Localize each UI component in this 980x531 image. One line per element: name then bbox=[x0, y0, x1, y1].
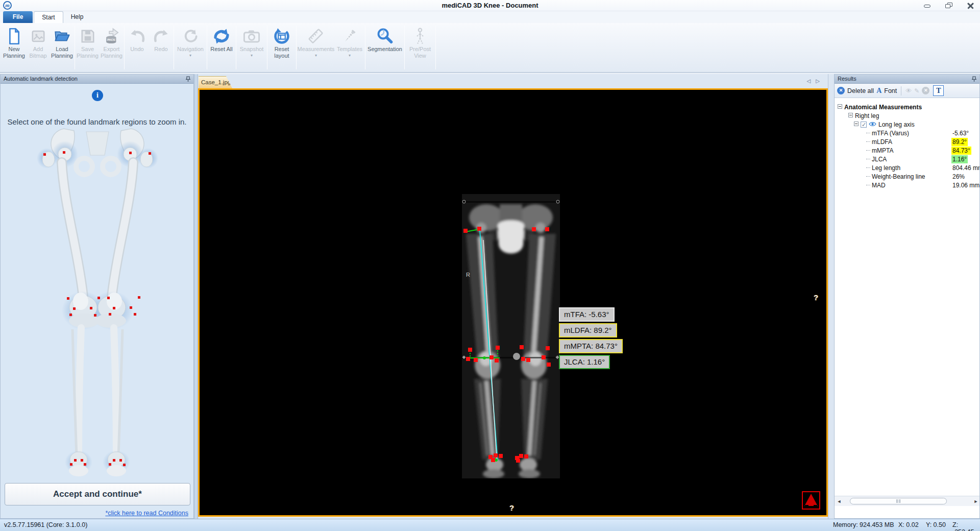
tree-node-root[interactable]: Anatomical Measurements bbox=[835, 103, 979, 112]
restore-button[interactable] bbox=[944, 2, 953, 10]
templates-button[interactable]: Templates ▾ bbox=[335, 25, 364, 70]
measurement-value: 89.2° bbox=[951, 138, 968, 146]
tree-node-right-leg[interactable]: Right leg bbox=[835, 112, 979, 120]
label-jlca[interactable]: JLCA: 1.16° bbox=[559, 355, 610, 369]
pacs-export-icon: PACS bbox=[103, 27, 120, 46]
title-bar: m mediCAD 3D Knee - Document bbox=[0, 0, 980, 11]
results-horizontal-scrollbar[interactable]: ◄ ► bbox=[835, 496, 980, 506]
segmentation-button[interactable]: Segmentation bbox=[366, 25, 404, 70]
reset-all-button[interactable]: Reset All bbox=[208, 25, 235, 70]
button-label: Save Planning bbox=[76, 46, 100, 59]
tab-start[interactable]: Start bbox=[34, 11, 63, 23]
measurement-row-mmpta[interactable]: mMPTA 84.73° bbox=[835, 147, 979, 155]
font-icon: A bbox=[876, 87, 881, 95]
prepost-view-button[interactable]: Pre/Post View bbox=[405, 25, 435, 70]
measurements-button[interactable]: Measurements ▾ bbox=[297, 25, 335, 70]
tab-next-icon[interactable]: ▷ bbox=[816, 78, 825, 84]
button-label: Add Bitmap bbox=[26, 46, 50, 59]
undo-button[interactable]: Undo bbox=[125, 25, 149, 70]
help-mark-right[interactable]: ? bbox=[814, 293, 818, 302]
camera-icon bbox=[243, 27, 260, 46]
scrollbar-thumb[interactable] bbox=[850, 498, 947, 504]
collapse-icon[interactable] bbox=[848, 113, 853, 117]
button-label: Reset All bbox=[210, 46, 232, 53]
button-label: Pre/Post View bbox=[405, 46, 435, 59]
measurement-label: MAD bbox=[872, 182, 886, 189]
dropdown-arrow-icon: ▾ bbox=[349, 53, 351, 58]
ribbon-toolbar: New Planning Add Bitmap Load Planning Sa… bbox=[0, 23, 980, 73]
save-planning-button[interactable]: Save Planning bbox=[76, 25, 100, 70]
redo-button[interactable]: Redo bbox=[149, 25, 173, 70]
scroll-right-icon[interactable]: ► bbox=[971, 499, 980, 504]
document-tab-case1[interactable]: Case_1.jpg bbox=[199, 76, 232, 88]
tree-node-long-leg-axis[interactable]: Long leg axis bbox=[835, 120, 979, 129]
text-tool-button[interactable]: T bbox=[933, 85, 944, 96]
xray-canvas[interactable]: R bbox=[198, 88, 828, 517]
pin-icon[interactable] bbox=[972, 76, 976, 85]
measurement-row-weight-bearing[interactable]: Weight-Bearing line 26% bbox=[835, 173, 979, 181]
measurement-row-leg-length[interactable]: Leg length 804.46 mm bbox=[835, 164, 979, 173]
orientation-warning-icon[interactable] bbox=[802, 491, 820, 510]
measurement-row-jlca[interactable]: JLCA 1.16° bbox=[835, 155, 979, 164]
pacs-badge-text: PACS bbox=[107, 38, 115, 41]
show-icon[interactable]: 👁 bbox=[905, 87, 912, 94]
tab-scroll-arrows[interactable]: ◁▷ bbox=[807, 78, 825, 84]
results-panel: Results ✕ Delete all A Font 👁 ✎ ✕ T Anat… bbox=[834, 74, 980, 519]
collapse-icon[interactable] bbox=[854, 122, 859, 126]
measurement-label: Leg length bbox=[872, 164, 900, 172]
measurement-row-mad[interactable]: MAD 19.06 mm bbox=[835, 181, 979, 190]
right-splitter[interactable] bbox=[828, 74, 834, 519]
bone-preview-image[interactable] bbox=[33, 128, 162, 485]
dropdown-arrow-icon: ▾ bbox=[315, 53, 317, 58]
label-mldfa[interactable]: mLDFA: 89.2° bbox=[559, 323, 617, 337]
tab-file[interactable]: File bbox=[3, 11, 33, 23]
window-title: mediCAD 3D Knee - Document bbox=[0, 2, 980, 9]
label-mmpta[interactable]: mMPTA: 84.73° bbox=[559, 339, 623, 353]
delete-all-button[interactable]: Delete all bbox=[847, 87, 874, 94]
dropdown-arrow-icon: ▾ bbox=[251, 53, 253, 58]
button-label: Measurements bbox=[298, 46, 335, 53]
remove-icon[interactable]: ✕ bbox=[922, 87, 929, 94]
edit-icon[interactable]: ✎ bbox=[914, 87, 919, 94]
eye-icon[interactable] bbox=[869, 121, 876, 128]
load-planning-button[interactable]: Load Planning bbox=[50, 25, 74, 70]
label-mtfa[interactable]: mTFA: -5.63° bbox=[559, 307, 615, 322]
button-label: Snapshot bbox=[240, 46, 263, 53]
reset-layout-button[interactable]: Reset layout bbox=[268, 25, 296, 70]
dropdown-arrow-icon: ▾ bbox=[189, 53, 191, 58]
image-icon bbox=[31, 27, 46, 46]
export-planning-button[interactable]: PACS Export Planning bbox=[100, 25, 124, 70]
measurement-row-mtfa[interactable]: mTFA (Varus) -5.63° bbox=[835, 129, 979, 138]
snapshot-button[interactable]: Snapshot ▾ bbox=[237, 25, 266, 70]
collapse-icon[interactable] bbox=[838, 104, 842, 109]
floppy-disk-icon bbox=[80, 27, 95, 46]
font-button[interactable]: Font bbox=[884, 87, 897, 94]
navigation-button[interactable]: Navigation ▾ bbox=[175, 25, 206, 70]
close-button[interactable] bbox=[966, 2, 975, 10]
measurement-row-mldfa[interactable]: mLDFA 89.2° bbox=[835, 138, 979, 147]
tab-prev-icon[interactable]: ◁ bbox=[807, 78, 816, 84]
sync-arrows-icon bbox=[212, 27, 231, 46]
measurement-value: 19.06 mm bbox=[951, 181, 980, 189]
help-mark-bottom[interactable]: ? bbox=[509, 503, 514, 512]
application-window: m mediCAD 3D Knee - Document File Start … bbox=[0, 0, 980, 531]
cursor-x: X: 0.02 bbox=[898, 521, 919, 528]
button-label: Reset layout bbox=[268, 46, 296, 59]
scroll-left-icon[interactable]: ◄ bbox=[835, 499, 844, 504]
axis-visibility-checkbox[interactable] bbox=[861, 122, 867, 128]
cursor-z: Z: -252.45 bbox=[952, 521, 980, 531]
add-bitmap-button[interactable]: Add Bitmap bbox=[26, 25, 50, 70]
new-planning-button[interactable]: New Planning bbox=[2, 25, 26, 70]
read-conditions-link[interactable]: *click here to read Conditions bbox=[105, 510, 188, 517]
left-splitter[interactable] bbox=[194, 74, 198, 519]
results-panel-title: Results bbox=[838, 76, 856, 82]
pin-icon[interactable] bbox=[186, 76, 190, 85]
xray-image[interactable]: R bbox=[462, 194, 560, 480]
new-document-icon bbox=[7, 27, 22, 46]
redo-arrow-icon bbox=[153, 27, 169, 46]
minimize-button[interactable] bbox=[923, 2, 932, 10]
measurement-label: JLCA bbox=[872, 156, 887, 163]
tab-help[interactable]: Help bbox=[64, 11, 90, 23]
accept-and-continue-button[interactable]: Accept and continue* bbox=[5, 483, 190, 505]
measurement-value: 1.16° bbox=[951, 155, 968, 163]
